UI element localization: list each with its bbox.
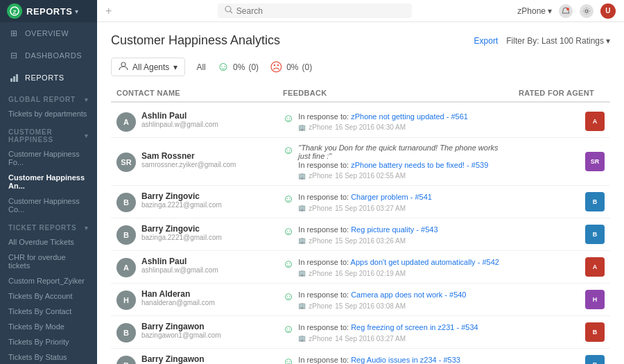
contact-name: Barry Zingawon xyxy=(141,354,221,364)
feedback-meta: 🏢 zPhone 16 Sep 2016 04:30 AM xyxy=(298,123,468,131)
company-icon: 🏢 xyxy=(298,173,306,180)
feedback-meta: 🏢 zPhone 16 Sep 2016 02:19 AM xyxy=(298,270,499,277)
contact-cell: B Barry Zingawon bazingawon1@gmail.com xyxy=(111,354,277,364)
add-tab-button[interactable]: + xyxy=(105,5,112,17)
feedback-company: zPhone xyxy=(309,172,332,180)
feedback-link[interactable]: zPhone not getting updated - #561 xyxy=(351,112,468,121)
agent-avatar: A xyxy=(585,257,605,277)
account-selector[interactable]: zPhone ▾ xyxy=(517,6,552,16)
sidebar-link-cust-happiness-fo[interactable]: Customer Happiness Fo... xyxy=(0,146,97,170)
feedback-company: zPhone xyxy=(309,205,332,212)
contact-name: Barry Zingovic xyxy=(141,191,222,201)
feedback-content: In response to: Charger problem - #541 🏢… xyxy=(298,192,432,211)
contact-cell: H Han Alderan hanalderan@gmail.com xyxy=(111,289,277,310)
contact-info: Barry Zingawon bazingawon1@gmail.com xyxy=(141,354,221,364)
svg-point-7 xyxy=(566,8,569,10)
search-input[interactable] xyxy=(236,6,405,16)
feedback-link[interactable]: zPhone battery needs to be fixed! - #539 xyxy=(351,161,488,169)
contact-cell: B Barry Zingovic bazinga.2221@gmail.com xyxy=(111,191,277,212)
agent-avatar: A xyxy=(585,112,605,131)
col-feedback: Feedback xyxy=(277,89,513,97)
feedback-meta: 🏢 zPhone 15 Sep 2016 03:27 AM xyxy=(298,205,432,212)
feedback-response: In response to: zPhone not getting updat… xyxy=(298,112,468,122)
sidebar-item-reports[interactable]: REPORTS xyxy=(0,67,97,89)
sidebar-link-chr-overdue[interactable]: CHR for overdue tickets xyxy=(0,250,97,273)
export-button[interactable]: Export xyxy=(474,36,499,46)
feedback-link[interactable]: Camera app does not work - #540 xyxy=(351,291,466,299)
contact-avatar: H xyxy=(116,291,136,310)
table-row: H Han Alderan hanalderan@gmail.com ☺ In … xyxy=(111,284,610,316)
sidebar-link-custom-report[interactable]: Custom Report_Zyiker xyxy=(0,273,97,288)
agent-cell: H xyxy=(513,290,610,309)
all-rating-badge: All xyxy=(196,62,205,72)
feedback-date: 16 Sep 2016 02:19 AM xyxy=(335,270,406,277)
feedback-link[interactable]: Charger problem - #541 xyxy=(351,193,432,201)
content-area: Customer Happiness Analytics Export Filt… xyxy=(97,22,624,364)
agent-avatar: B xyxy=(585,355,605,364)
filter-button[interactable]: Filter By: Last 100 Ratings ▾ xyxy=(506,36,610,46)
reports-icon xyxy=(8,72,19,83)
negative-rating-badge: ☹ 0% (0) xyxy=(270,60,312,75)
company-icon: 🏢 xyxy=(298,124,306,131)
sidebar-item-overview[interactable]: ⊞ OVERVIEW xyxy=(0,22,97,44)
contact-name: Ashlin Paul xyxy=(141,257,218,266)
sidebar-link-tickets-account[interactable]: Tickets By Account xyxy=(0,288,97,304)
sidebar-link-cust-happiness-an[interactable]: Customer Happiness An... xyxy=(0,170,97,193)
company-icon: 🏢 xyxy=(298,205,306,211)
positive-pct: 0% xyxy=(233,62,245,72)
app-logo: Z xyxy=(7,3,22,19)
sentiment-icon: ☺ xyxy=(283,291,294,303)
filter-caret-icon: ▾ xyxy=(606,36,610,46)
contact-email: hanalderan@gmail.com xyxy=(141,299,215,306)
svg-text:Z: Z xyxy=(13,9,17,15)
feedback-date: 15 Sep 2016 03:08 AM xyxy=(335,302,406,310)
sidebar-link-tickets-contact[interactable]: Tickets By Contact xyxy=(0,304,97,319)
sidebar-link-tickets-priority[interactable]: Tickets By Priority xyxy=(0,334,97,349)
contact-email: ashlinpaul.w@gmail.com xyxy=(141,266,218,274)
agent-cell: SR xyxy=(513,152,610,171)
notifications-button[interactable] xyxy=(559,4,573,18)
feedback-company: zPhone xyxy=(309,335,332,343)
feedback-inner: ☺ In response to: Apps don't get updated… xyxy=(283,257,508,277)
company-icon: 🏢 xyxy=(298,335,306,342)
section-caret: ▾ xyxy=(85,96,89,103)
contact-info: Barry Zingovic bazinga.2221@gmail.com xyxy=(141,224,222,241)
contact-email: bazinga.2221@gmail.com xyxy=(141,201,222,209)
feedback-link[interactable]: Reg freezing of screen in z231 - #534 xyxy=(351,323,478,331)
table-row: B Barry Zingovic bazinga.2221@gmail.com … xyxy=(111,218,610,251)
sidebar-link-tickets-status[interactable]: Tickets By Status xyxy=(0,349,97,364)
feedback-link[interactable]: Apps don't get updated automatically - #… xyxy=(351,258,499,266)
feedback-link[interactable]: Reg picture quality - #543 xyxy=(351,225,437,234)
sidebar-link-cust-happiness-co[interactable]: Customer Happiness Co... xyxy=(0,193,97,217)
feedback-company: zPhone xyxy=(309,237,332,245)
contact-avatar: B xyxy=(116,225,136,245)
sentiment-icon: ☺ xyxy=(283,258,294,270)
agent-filter-label: All Agents xyxy=(132,62,169,72)
feedback-content: In response to: Camera app does not work… xyxy=(298,290,466,309)
agent-cell: B xyxy=(513,355,610,364)
user-avatar[interactable]: U xyxy=(600,3,616,19)
agent-cell: A xyxy=(513,257,610,277)
sidebar-link-all-overdue[interactable]: All Overdue Tickets xyxy=(0,234,97,250)
sidebar-link-tickets-dept[interactable]: Tickets by departments xyxy=(0,106,97,121)
feedback-link[interactable]: Reg Audio issues in z234 - #533 xyxy=(351,356,460,364)
agent-icon xyxy=(119,61,128,73)
sidebar-link-tickets-mode[interactable]: Tickets By Mode xyxy=(0,319,97,334)
feedback-cell: ☺ In response to: Camera app does not wo… xyxy=(277,290,513,309)
agent-filter-dropdown[interactable]: All Agents ▾ xyxy=(111,58,185,76)
feedback-company: zPhone xyxy=(309,302,332,310)
svg-rect-4 xyxy=(16,74,18,82)
company-icon: 🏢 xyxy=(298,237,306,244)
search-bar xyxy=(218,3,412,18)
feedback-response: In response to: Reg Audio issues in z234… xyxy=(298,355,460,364)
feedback-cell: ☺ "Thank you Don for the quick turnaroun… xyxy=(277,144,513,180)
section-global-report: GLOBAL REPORT ▾ xyxy=(0,89,97,106)
table-row: A Ashlin Paul ashlinpaul.w@gmail.com ☺ I… xyxy=(111,251,610,284)
contact-avatar: B xyxy=(116,356,136,364)
sidebar-item-dashboards[interactable]: ⊟ DASHBOARDS xyxy=(0,44,97,67)
sentiment-icon: ☺ xyxy=(283,356,294,364)
topbar: + zPhone ▾ U xyxy=(97,0,624,22)
contact-cell: B Barry Zingawon bazingawon1@gmail.com xyxy=(111,322,277,343)
agent-cell: B xyxy=(513,225,610,244)
settings-button[interactable] xyxy=(580,4,593,18)
